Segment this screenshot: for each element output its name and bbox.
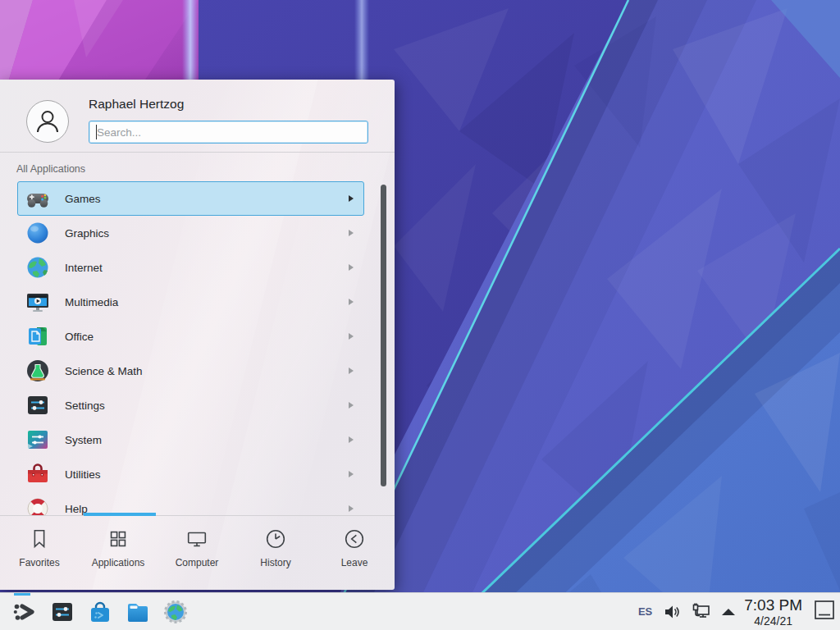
application-launcher-button[interactable] <box>11 599 38 625</box>
header-separator <box>0 152 395 153</box>
games-icon <box>25 185 51 212</box>
category-label: Utilities <box>65 468 101 481</box>
launcher-category-multimedia[interactable]: Multimedia <box>17 285 364 319</box>
search-field-wrap <box>89 121 368 144</box>
multimedia-icon <box>25 289 51 315</box>
expand-tray-caret[interactable] <box>722 609 735 615</box>
submenu-arrow-icon <box>349 471 354 477</box>
system-settings-icon <box>49 599 75 625</box>
launcher-category-graphics[interactable]: Graphics <box>17 216 364 250</box>
list-scrollbar[interactable] <box>381 185 386 486</box>
help-icon <box>25 495 51 515</box>
person-icon <box>31 105 64 138</box>
office-icon <box>25 323 51 349</box>
submenu-arrow-icon <box>349 299 354 305</box>
launcher-category-system[interactable]: System <box>17 422 364 457</box>
category-label: Multimedia <box>65 296 118 308</box>
applications-icon <box>106 527 130 551</box>
launcher-tab-bar: Favorites Applications Computer <box>0 516 395 590</box>
web-browser-icon <box>162 599 189 625</box>
network-icon <box>692 602 711 622</box>
tab-label: Leave <box>341 557 368 568</box>
submenu-arrow-icon <box>349 333 354 340</box>
tab-label: Favorites <box>19 557 59 568</box>
volume-button[interactable] <box>663 603 681 621</box>
tab-label: Applications <box>92 557 145 568</box>
tab-history[interactable]: History <box>236 516 315 590</box>
user-avatar[interactable] <box>26 100 69 143</box>
discover-icon <box>87 599 113 625</box>
launcher-category-games[interactable]: Games <box>17 181 364 216</box>
tab-favorites[interactable]: Favorites <box>0 516 79 590</box>
category-label: Science & Math <box>65 365 143 377</box>
graphics-icon <box>25 220 51 246</box>
utilities-icon <box>25 461 51 487</box>
text-caret <box>96 125 97 139</box>
file-manager-icon <box>125 599 151 625</box>
application-launcher-icon <box>11 599 38 625</box>
category-label: System <box>65 434 102 446</box>
clock-date: 4/24/21 <box>744 615 802 627</box>
category-label: Internet <box>65 262 103 274</box>
tab-applications[interactable]: Applications <box>79 516 158 590</box>
favorites-icon <box>27 527 52 551</box>
submenu-arrow-icon <box>349 368 354 374</box>
launcher-active-indicator <box>14 593 30 596</box>
category-label: Settings <box>65 399 105 412</box>
settings-icon <box>25 392 51 418</box>
category-list: Games Graphics <box>0 181 395 515</box>
clock-time: 7:03 PM <box>744 597 802 613</box>
internet-icon <box>25 254 51 281</box>
web-browser-button[interactable] <box>162 599 189 625</box>
desktop: Raphael Hertzog All Applications <box>0 0 840 630</box>
history-icon <box>263 527 288 551</box>
volume-icon <box>663 603 681 621</box>
tab-label: Computer <box>176 557 219 568</box>
tab-leave[interactable]: Leave <box>315 516 394 590</box>
section-label: All Applications <box>16 163 85 175</box>
show-desktop-icon <box>814 600 835 620</box>
launcher-category-internet[interactable]: Internet <box>17 250 364 285</box>
search-input[interactable] <box>89 121 368 144</box>
submenu-arrow-icon <box>349 195 354 202</box>
submenu-arrow-icon <box>349 264 354 271</box>
application-launcher-menu: Raphael Hertzog All Applications <box>0 80 395 590</box>
digital-clock[interactable]: 7:03 PM 4/24/21 <box>744 597 802 627</box>
discover-button[interactable] <box>87 599 113 625</box>
submenu-arrow-icon <box>349 230 354 236</box>
submenu-arrow-icon <box>349 505 354 512</box>
user-name: Raphael Hertzog <box>89 97 184 112</box>
system-icon <box>25 427 51 453</box>
leave-icon <box>342 527 367 551</box>
tab-label: History <box>260 557 290 568</box>
launcher-category-help[interactable]: Help <box>17 491 364 515</box>
tab-computer[interactable]: Computer <box>158 516 236 590</box>
launcher-category-utilities[interactable]: Utilities <box>17 457 364 491</box>
system-settings-button[interactable] <box>49 599 75 625</box>
file-manager-button[interactable] <box>125 599 151 625</box>
science-icon <box>25 358 51 384</box>
category-label: Graphics <box>65 227 109 240</box>
show-desktop-button[interactable] <box>814 600 835 623</box>
launcher-category-office[interactable]: Office <box>17 319 364 354</box>
keyboard-layout-indicator[interactable]: ES <box>638 605 652 618</box>
submenu-arrow-icon <box>349 436 354 443</box>
launcher-category-settings[interactable]: Settings <box>17 388 364 422</box>
computer-icon <box>185 527 209 551</box>
launcher-category-science-math[interactable]: Science & Math <box>17 354 364 388</box>
system-tray: ES 7:03 PM <box>638 597 840 627</box>
submenu-arrow-icon <box>349 402 354 409</box>
taskbar-panel: ES 7:03 PM <box>0 592 840 630</box>
category-label: Office <box>65 331 94 343</box>
network-button[interactable] <box>692 602 711 622</box>
category-label: Games <box>65 193 101 205</box>
